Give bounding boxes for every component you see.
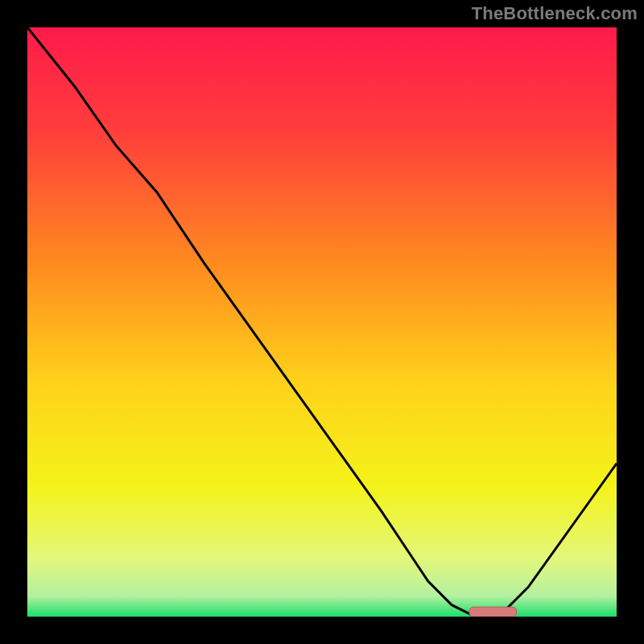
watermark-text: TheBottleneck.com bbox=[472, 3, 638, 24]
optimal-region-marker bbox=[469, 607, 517, 617]
gradient-background bbox=[27, 27, 617, 617]
plot-frame bbox=[27, 27, 617, 617]
bottleneck-chart bbox=[27, 27, 617, 617]
